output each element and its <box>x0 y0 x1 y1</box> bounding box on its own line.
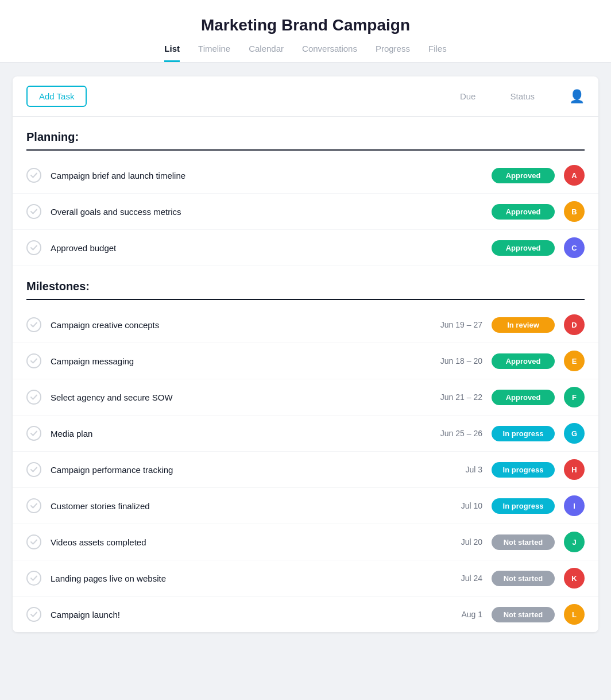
page-title: Marketing Brand Campaign <box>0 16 611 34</box>
task-row: Landing pages live on websiteJul 24Not s… <box>13 560 598 597</box>
task-row: Approved budgetApprovedC <box>13 230 598 266</box>
check-icon[interactable] <box>26 390 41 405</box>
main-container: Add Task Due Status 👤 Planning: Campaign… <box>13 76 598 632</box>
status-badge[interactable]: Approved <box>492 353 555 369</box>
status-badge[interactable]: In progress <box>492 426 555 441</box>
sections-container: Planning: Campaign brief and launch time… <box>13 117 598 632</box>
check-icon[interactable] <box>26 607 41 622</box>
task-name: Campaign brief and launch timeline <box>51 171 419 180</box>
page-header: Marketing Brand Campaign ListTimelineCal… <box>0 0 611 63</box>
status-badge[interactable]: Approved <box>492 168 555 183</box>
task-name: Approved budget <box>51 243 419 253</box>
tab-conversations[interactable]: Conversations <box>302 44 357 62</box>
task-name: Campaign creative concepts <box>51 320 419 330</box>
section-title-0: Planning: <box>26 130 585 144</box>
task-name: Select agency and secure SOW <box>51 393 419 402</box>
status-label: Status <box>510 91 535 101</box>
task-name: Overall goals and success metrics <box>51 207 419 217</box>
status-badge[interactable]: In progress <box>492 462 555 478</box>
check-icon[interactable] <box>26 426 41 441</box>
task-due: Jul 3 <box>419 465 482 474</box>
avatar: D <box>564 314 585 335</box>
task-due: Aug 1 <box>419 610 482 619</box>
task-due: Jul 24 <box>419 574 482 583</box>
check-icon[interactable] <box>26 571 41 586</box>
check-icon[interactable] <box>26 317 41 332</box>
task-row: Select agency and secure SOWJun 21 – 22A… <box>13 379 598 416</box>
add-task-button[interactable]: Add Task <box>26 86 87 107</box>
task-due: Jul 20 <box>419 537 482 547</box>
avatar: B <box>564 201 585 222</box>
check-icon[interactable] <box>26 168 41 183</box>
tab-calendar[interactable]: Calendar <box>249 44 284 62</box>
task-due: Jul 10 <box>419 501 482 510</box>
task-row: Customer stories finalizedJul 10In progr… <box>13 488 598 524</box>
section-0: Planning: <box>13 117 598 157</box>
tab-files[interactable]: Files <box>428 44 447 62</box>
avatar: E <box>564 351 585 371</box>
task-row: Campaign messagingJun 18 – 20ApprovedE <box>13 343 598 379</box>
task-name: Media plan <box>51 429 419 439</box>
task-row: Campaign brief and launch timelineApprov… <box>13 157 598 194</box>
task-due: Jun 25 – 26 <box>419 429 482 438</box>
toolbar: Add Task Due Status 👤 <box>13 76 598 117</box>
avatar: G <box>564 423 585 444</box>
avatar: K <box>564 568 585 589</box>
tab-list[interactable]: List <box>164 44 180 62</box>
toolbar-right: Due Status 👤 <box>460 89 585 104</box>
avatar: A <box>564 165 585 186</box>
task-row: Overall goals and success metricsApprove… <box>13 194 598 230</box>
status-badge[interactable]: Not started <box>492 607 555 622</box>
section-1: Milestones: <box>13 266 598 307</box>
task-row: Videos assets completedJul 20Not started… <box>13 524 598 560</box>
tab-navigation: ListTimelineCalendarConversationsProgres… <box>0 44 611 62</box>
task-due: Jun 18 – 20 <box>419 356 482 366</box>
check-icon[interactable] <box>26 534 41 549</box>
status-badge[interactable]: Approved <box>492 204 555 220</box>
status-badge[interactable]: Not started <box>492 571 555 586</box>
status-badge[interactable]: In progress <box>492 498 555 514</box>
status-badge[interactable]: Not started <box>492 534 555 550</box>
task-due: Jun 19 – 27 <box>419 320 482 329</box>
task-name: Landing pages live on website <box>51 574 419 583</box>
task-row: Campaign creative conceptsJun 19 – 27In … <box>13 307 598 343</box>
avatar: F <box>564 387 585 407</box>
avatar: C <box>564 237 585 258</box>
tab-timeline[interactable]: Timeline <box>198 44 230 62</box>
check-icon[interactable] <box>26 204 41 219</box>
avatar: J <box>564 532 585 552</box>
tab-progress[interactable]: Progress <box>376 44 410 62</box>
status-badge[interactable]: Approved <box>492 240 555 256</box>
avatar: L <box>564 604 585 625</box>
avatar: H <box>564 459 585 480</box>
check-icon[interactable] <box>26 353 41 368</box>
check-icon[interactable] <box>26 240 41 255</box>
task-name: Campaign performance tracking <box>51 465 419 475</box>
task-name: Customer stories finalized <box>51 501 419 511</box>
status-badge[interactable]: Approved <box>492 390 555 405</box>
task-row: Campaign launch!Aug 1Not startedL <box>13 597 598 632</box>
check-icon[interactable] <box>26 462 41 477</box>
avatar: I <box>564 495 585 516</box>
section-title-1: Milestones: <box>26 280 585 293</box>
task-due: Jun 21 – 22 <box>419 393 482 402</box>
task-row: Campaign performance trackingJul 3In pro… <box>13 452 598 488</box>
task-name: Videos assets completed <box>51 537 419 547</box>
assignee-icon: 👤 <box>569 89 585 104</box>
task-row: Media planJun 25 – 26In progressG <box>13 416 598 452</box>
due-label: Due <box>460 91 476 101</box>
check-icon[interactable] <box>26 498 41 513</box>
status-badge[interactable]: In review <box>492 317 555 333</box>
task-name: Campaign messaging <box>51 356 419 366</box>
task-name: Campaign launch! <box>51 610 419 620</box>
